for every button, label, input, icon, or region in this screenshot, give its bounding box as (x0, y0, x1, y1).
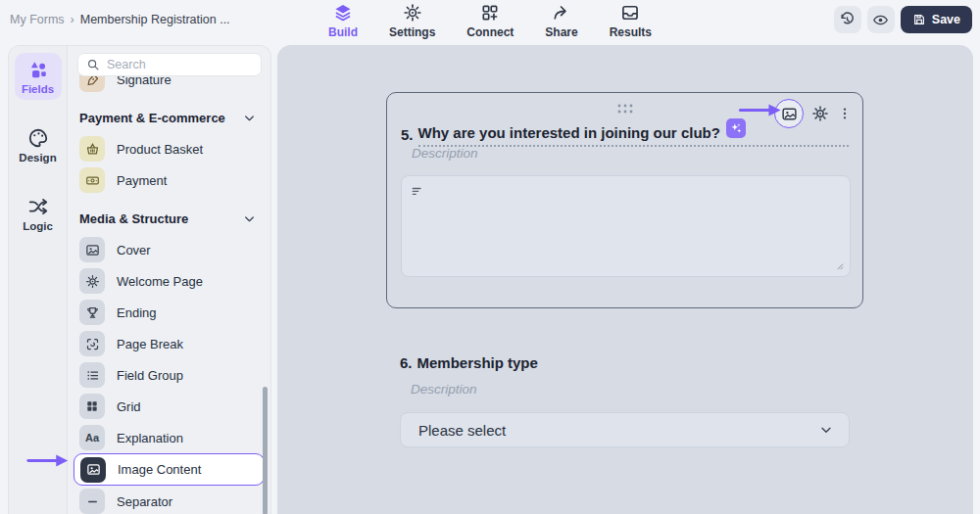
scrollbar-thumb[interactable] (263, 387, 268, 514)
list-item-grid[interactable]: Grid (68, 391, 270, 422)
sidebar-item-design-label: Design (19, 152, 56, 164)
results-icon (620, 3, 640, 23)
list-item-label: Page Break (117, 337, 183, 351)
save-button-label: Save (932, 13, 960, 26)
chevron-down-icon[interactable] (242, 111, 257, 125)
tab-share[interactable]: Share (545, 3, 577, 39)
list-item-label: Explanation (117, 431, 183, 445)
image-icon (781, 106, 798, 122)
tab-settings[interactable]: Settings (389, 3, 435, 39)
kebab-menu-button[interactable] (837, 106, 853, 121)
search-box (77, 53, 262, 76)
layers-icon (333, 3, 353, 23)
sidebar-item-fields-label: Fields (22, 83, 54, 95)
history-button[interactable] (834, 6, 861, 33)
question-settings-button[interactable] (811, 105, 829, 122)
membership-type-select[interactable]: Please select (400, 412, 850, 447)
list-item-page-break[interactable]: Page Break (68, 328, 270, 359)
tab-share-label: Share (545, 25, 577, 39)
shuffle-icon (27, 196, 49, 217)
breadcrumb-root[interactable]: My Forms (10, 13, 65, 26)
cover-image-icon (79, 237, 105, 262)
page-break-icon (79, 331, 105, 356)
ai-sparkle-icon[interactable] (726, 118, 746, 138)
question-title-row: 5. Why are you interested in joining our… (401, 122, 849, 147)
list-item-ending[interactable]: Ending (68, 297, 270, 328)
section-header-label: Media & Structure (79, 211, 188, 226)
select-placeholder: Please select (418, 422, 506, 439)
save-button[interactable]: Save (901, 6, 972, 33)
breadcrumb: My Forms › Membership Registration ... (10, 13, 230, 26)
question-number: 5. (401, 126, 414, 147)
grid-icon (79, 394, 105, 419)
list-item-label: Payment (117, 173, 167, 188)
form-canvas: 5. Why are you interested in joining our… (277, 45, 973, 514)
preview-button[interactable] (867, 6, 895, 33)
question-description-input[interactable]: Description (412, 146, 478, 161)
list-item-label: Ending (117, 305, 156, 320)
list-item-field-group[interactable]: Field Group (68, 359, 270, 391)
banknote-icon (79, 167, 105, 193)
section-header-payment[interactable]: Payment & E-commerce (68, 102, 270, 133)
share-icon (552, 3, 571, 23)
history-icon (839, 12, 856, 28)
question-description-input[interactable]: Description (411, 382, 863, 397)
chevron-down-icon (818, 422, 834, 438)
question-block-6[interactable]: 6. Membership type Description Please se… (386, 354, 863, 447)
list-item-label: Image Content (118, 462, 201, 477)
list-item-explanation[interactable]: Aa Explanation (68, 422, 270, 453)
separator-dash-icon (79, 489, 105, 514)
left-panel: Fields Design Logic Signature Payment & … (8, 45, 271, 514)
list-item-welcome-page[interactable]: Welcome Page (68, 265, 270, 297)
text-aa-icon: Aa (79, 425, 105, 450)
list-item-payment[interactable]: Payment (68, 164, 270, 196)
basket-icon (79, 136, 105, 162)
list-item-product-basket[interactable]: Product Basket (68, 133, 270, 164)
sidebar-item-design[interactable]: Design (15, 121, 62, 168)
list-item-image-content[interactable]: Image Content (74, 453, 265, 486)
list-item-label: Welcome Page (117, 274, 203, 289)
list-item-label: Product Basket (117, 142, 203, 157)
section-header-media[interactable]: Media & Structure (68, 203, 270, 234)
question-title[interactable]: Membership type (417, 354, 538, 375)
tab-build[interactable]: Build (328, 3, 358, 39)
tab-connect-label: Connect (466, 25, 514, 39)
chevron-down-icon[interactable] (242, 211, 257, 226)
tab-results[interactable]: Results (610, 3, 652, 39)
drag-handle-icon[interactable] (613, 102, 637, 116)
eye-icon (872, 12, 889, 28)
gear-icon (79, 268, 105, 294)
palette-icon (27, 127, 49, 149)
tab-connect[interactable]: Connect (466, 3, 514, 39)
sidebar-item-fields[interactable]: Fields (15, 53, 62, 100)
topbar-actions: Save (834, 6, 972, 33)
paragraph-lines-icon (411, 185, 424, 199)
top-bar: My Forms › Membership Registration ... B… (0, 0, 980, 45)
sidebar-item-logic[interactable]: Logic (15, 190, 62, 237)
save-icon (912, 13, 926, 26)
main-tabs: Build Settings Connect Share Results (328, 3, 652, 39)
tab-results-label: Results (610, 25, 652, 39)
search-input[interactable] (107, 58, 253, 71)
shapes-icon (27, 59, 49, 80)
long-answer-textarea[interactable] (401, 175, 851, 277)
list-item-label: Cover (117, 243, 151, 257)
image-icon (80, 457, 106, 483)
question-title-input[interactable]: Why are you interested in joining our cl… (418, 122, 849, 147)
question-title: Why are you interested in joining our cl… (418, 124, 720, 141)
breadcrumb-current[interactable]: Membership Registration ... (80, 13, 230, 26)
list-item-cover[interactable]: Cover (68, 234, 270, 265)
tab-build-label: Build (328, 25, 358, 39)
trophy-icon (79, 300, 105, 325)
resize-handle-icon[interactable] (832, 258, 845, 271)
list-item-label: Separator (117, 494, 172, 509)
question-number: 6. (400, 354, 413, 375)
connect-icon (480, 3, 500, 23)
breadcrumb-separator: › (71, 13, 74, 26)
section-header-label: Payment & E-commerce (79, 111, 225, 125)
list-item-label: Field Group (117, 368, 183, 383)
list-icon (79, 362, 105, 388)
gear-icon (403, 3, 422, 23)
list-item-separator[interactable]: Separator (68, 486, 270, 514)
question-card-5[interactable]: 5. Why are you interested in joining our… (386, 92, 863, 308)
